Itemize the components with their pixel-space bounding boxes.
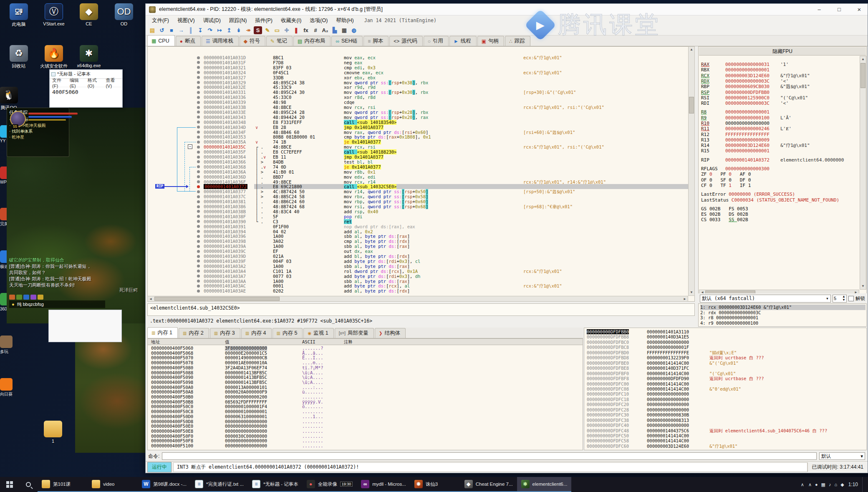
patch-icon[interactable]: ✎ — [263, 26, 272, 34]
tray-icon[interactable]: ◆ — [840, 482, 844, 487]
register-line[interactable]: OF 0 SF 0 DF 0 — [701, 177, 860, 183]
dump-row[interactable]: 00000000400F50C80000000100000001........ — [148, 409, 583, 414]
menu-视图(V)[interactable]: 视图(V) — [174, 16, 199, 25]
stack-row[interactable]: 000000000DFDFBF8000000000DFDFD90返回到 ucrt… — [584, 376, 866, 381]
breakpoint-dot[interactable] — [197, 255, 200, 258]
desktop-icon-VStart.exe[interactable]: ⓋVStart.exe — [38, 3, 70, 28]
taskbar-item-*无标题 - 记事本[interactable]: ≡*无标题 - 记事本 — [248, 477, 303, 492]
disasm-row[interactable]: 00000001401A038F│ .5Fpop rdi — [148, 214, 694, 219]
calculator-icon[interactable]: ▦ — [340, 26, 348, 34]
stack-row[interactable]: 000000000DFDFBE80000000140D371FC — [584, 366, 866, 371]
stack-row[interactable]: 000000000DFDFC100000000000000000 — [584, 391, 866, 396]
taskbar-item-*完美通行证.txt ...[interactable]: ≡*完美通行证.txt ... — [191, 477, 248, 492]
dump-column-header[interactable]: 注释 — [344, 339, 353, 345]
command-profile-select[interactable]: 默认▾ — [819, 452, 865, 460]
breakpoint-dot[interactable] — [197, 175, 200, 178]
disasm-row[interactable]: 00000001401A031D8BC1mov eax, ecxecx:&"疗1… — [148, 55, 694, 60]
taskbar-clock[interactable]: 1:10 — [848, 482, 858, 487]
disasm-row[interactable]: 00000001401A03A21A00sbb al, byte ptr ds:… — [148, 264, 694, 269]
tray-icon[interactable]: ⌂ — [835, 482, 838, 487]
tab-源代码[interactable]: <>源代码 — [389, 36, 423, 46]
dump-row[interactable]: 00000000400F50803F2A4DA13F06EF74tï.?¡M*? — [148, 366, 583, 371]
dump-row[interactable]: 00000000400F51000000000000000000........ — [148, 444, 583, 449]
breakpoint-dot[interactable] — [197, 141, 200, 144]
disasm-row[interactable]: 00000001401A0381│ .48:8B6C24 60mov rbp, … — [148, 199, 694, 204]
disasm-row[interactable]: 00000001401A035380B8 081B0000 01cmp byte… — [148, 134, 694, 139]
dump-column-header[interactable]: 值 — [225, 339, 230, 345]
stack-row[interactable]: 000000000DFDFC30000000000000830B — [584, 412, 866, 417]
tab-内存 4[interactable]: ▥内存 4 — [241, 328, 272, 338]
tab-句柄[interactable]: ▣句柄 — [477, 36, 504, 46]
stack-row[interactable]: 000000000DFDFC500000000141414C00 — [584, 433, 866, 438]
breakpoint-dot[interactable] — [197, 250, 200, 253]
menu-插件(P)[interactable]: 插件(P) — [251, 16, 276, 25]
stack-panel[interactable]: 000000000DFDFBB000000001401A311000000000… — [584, 328, 867, 450]
stack-row[interactable]: 000000000DFDFBE00000000141414C00&"('C@\x… — [584, 361, 866, 366]
breakpoint-dot[interactable] — [197, 190, 200, 193]
breakpoint-dot[interactable] — [197, 230, 200, 233]
taskbar-item-elementclient6...[interactable]: ✱elementclient6... — [517, 477, 572, 492]
register-line[interactable]: RFLAGS0000000000000300 — [701, 166, 860, 172]
register-line[interactable]: RCX000000003D124E60&"疗1@\x01" — [701, 73, 860, 78]
start-button[interactable] — [0, 477, 19, 492]
stack-row[interactable]: 000000000DFDFC580000000141414C00 — [584, 438, 866, 443]
dump-row[interactable]: 00000000400F50B8085692FDFFFFFFFFÿÿÿÿý.V. — [148, 400, 583, 405]
attach-icon[interactable]: ✚ — [283, 26, 291, 34]
edge-icon-向日葵[interactable]: 向日葵 — [0, 378, 14, 397]
menu-跟踪(N)[interactable]: 跟踪(N) — [225, 16, 250, 25]
globe-icon[interactable]: ◍ — [350, 26, 358, 34]
taskbar-search-button[interactable] — [19, 477, 38, 492]
comment-icon[interactable]: ▭ — [273, 26, 281, 34]
breakpoint-dot[interactable] — [197, 215, 200, 218]
dump-row[interactable]: 00000000400F50B00000000000000200........ — [148, 395, 583, 400]
taskbar-item-诛仙3[interactable]: ❋诛仙3 — [410, 477, 460, 492]
breakpoint-dot[interactable] — [197, 111, 200, 114]
notepad-window[interactable]: *无标题 - 记事本 文件(F)编辑(E)格式(O)查看(V) 400F5060 — [49, 69, 123, 108]
dump-row[interactable]: 00000000400F50D00000063100000001....1... — [148, 414, 583, 419]
tray-icon[interactable]: ♪ — [829, 482, 831, 487]
breakpoint-dot[interactable] — [197, 71, 200, 74]
tray-icon[interactable]: ▦ — [821, 482, 825, 487]
call-argument[interactable]: 4: r9 0000000000000100 — [700, 320, 865, 326]
call-argument[interactable]: 1: rcx 000000003D124E60 &"疗1@\x01" — [700, 305, 865, 310]
disasm-row[interactable]: 00000001401A033B48:8BCEmov rcx, rsircx:&… — [148, 105, 694, 110]
register-line[interactable]: CF 0 TF 1 IF 1 — [701, 183, 860, 188]
disasm-row[interactable]: 00000001401A032E45:33C9xor r9d, r9d — [148, 85, 694, 90]
breakpoint-dot[interactable] — [197, 86, 200, 89]
disasm-row[interactable]: 00000001401A03910F1F00nop dword ptr ds:[… — [148, 224, 694, 229]
disasm-row[interactable]: 00000001401A036D│ .8BD7mov edx, edi — [148, 174, 694, 179]
register-line[interactable]: RDX000000000000003C'<' — [701, 78, 860, 84]
breakpoint-dot[interactable] — [197, 101, 200, 104]
breakpoint-dot[interactable] — [197, 280, 200, 283]
dump-row[interactable]: 00000000400F50E80000000000000000........ — [148, 429, 583, 434]
stack-row[interactable]: 000000000DFDFC380000000000008313 — [584, 418, 866, 423]
breakpoint-dot[interactable] — [197, 235, 200, 238]
disasm-row[interactable]: 00000001401A03AC0001add byte ptr ds:[rcx… — [148, 283, 694, 288]
dump-row[interactable]: 00000000400F50A00000013A00000101....:... — [148, 385, 583, 390]
disasm-row[interactable]: 00000001401A03240F45C1cmovne eax, ecxecx… — [148, 70, 694, 75]
register-line[interactable]: R90000000000000100L'Ā' — [701, 115, 860, 121]
stack-row[interactable]: 000000000DFDFBF00000000141414C00"('C@\x0… — [584, 371, 866, 376]
notepad-menu-item[interactable]: 格式(O) — [88, 77, 102, 88]
disasm-row[interactable]: 00000001401A0390└ .C3ret — [148, 219, 694, 224]
dump-row[interactable]: 00000000400F50D80000000000000000........ — [148, 419, 583, 424]
stack-row[interactable]: 000000000DFDFBB80000000140D3A1E5 — [584, 334, 866, 339]
disasm-row[interactable]: 00000001401A036F│ .49:8BCEmov rcx, r14rc… — [148, 179, 694, 184]
disasm-row[interactable]: 00000001401A033948:98cdqe — [148, 100, 694, 105]
register-line[interactable]: R100000000000000000 — [701, 121, 860, 126]
dump-row[interactable]: 00000000400F509000000001413BFB5C\û;A.... — [148, 375, 583, 380]
call-argument[interactable]: 5: [rsp+20] 0000000000000042 — [700, 325, 865, 327]
stack-row[interactable]: 000000000DFDFC400000000000000000 — [584, 423, 866, 428]
tab-笔记[interactable]: ✎笔记 — [266, 36, 293, 46]
breakpoint-dot[interactable] — [197, 76, 200, 79]
dump-row[interactable]: 00000000400F507000000149000000CBË...I... — [148, 356, 583, 361]
dump-row[interactable]: 00000000400F508800000001413BFB5C\û;A.... — [148, 371, 583, 376]
breakpoint-dot[interactable] — [197, 126, 200, 129]
dump-column-header[interactable]: ASCII — [302, 339, 315, 344]
breakpoint-dot[interactable] — [197, 96, 200, 99]
breakpoint-dot[interactable] — [197, 220, 200, 223]
disassembly-view[interactable]: 00000001401A031D8BC1mov eax, ecxecx:&"疗1… — [147, 46, 695, 302]
disasm-row[interactable]: 00000001401A032183FF 03cmp edi, 0x3 — [148, 65, 694, 70]
dump-row[interactable]: 00000000400F50F00000030C00000000........ — [148, 434, 583, 439]
breakpoint-dot[interactable] — [197, 106, 200, 109]
